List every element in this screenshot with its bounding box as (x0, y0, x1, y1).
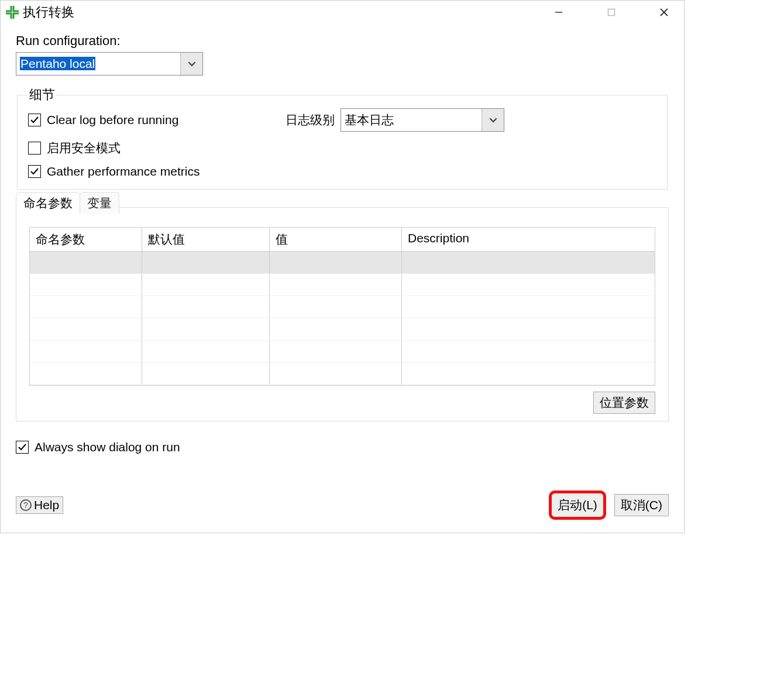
log-level-label: 日志级别 (286, 112, 335, 128)
table-row[interactable] (30, 274, 655, 296)
gather-metrics-label: Gather performance metrics (47, 164, 200, 179)
footer: ? Help 启动(L) 取消(C) (16, 491, 669, 520)
safe-mode-checkbox[interactable] (28, 142, 41, 155)
params-tabs-box: 命名参数 变量 命名参数 默认值 值 Description (16, 207, 669, 421)
clear-log-label: Clear log before running (47, 113, 178, 127)
table-row[interactable] (30, 341, 655, 363)
tabstrip: 命名参数 变量 (16, 191, 668, 213)
run-config-value: Pentaho local (16, 56, 180, 72)
params-table[interactable]: 命名参数 默认值 值 Description (29, 227, 655, 386)
gather-metrics-checkbox-row[interactable]: Gather performance metrics (28, 164, 274, 179)
tab-variables[interactable]: 变量 (80, 192, 119, 214)
table-row[interactable] (30, 252, 655, 274)
help-button[interactable]: ? Help (16, 496, 63, 514)
details-fieldset: 细节 Clear log before running 日志级别 基本日志 (17, 86, 668, 190)
run-config-combo[interactable]: Pentaho local (16, 52, 203, 76)
safe-mode-label: 启用安全模式 (47, 140, 121, 156)
chevron-down-icon[interactable] (482, 109, 504, 131)
svg-rect-1 (608, 9, 615, 16)
clear-log-checkbox-row[interactable]: Clear log before running (28, 113, 274, 127)
table-row[interactable] (30, 363, 655, 385)
close-button[interactable] (647, 1, 682, 23)
maximize-button[interactable] (594, 1, 629, 23)
col-header-description[interactable]: Description (402, 228, 655, 251)
table-row[interactable] (30, 296, 655, 318)
dialog-window: 执行转换 Run configuration: Pentaho local 细节 (0, 0, 685, 533)
window-title: 执行转换 (23, 4, 74, 21)
help-icon: ? (20, 499, 32, 511)
log-level-row: 日志级别 基本日志 (286, 108, 656, 132)
cancel-button[interactable]: 取消(C) (614, 494, 669, 516)
details-legend: 细节 (28, 86, 56, 104)
table-row[interactable] (30, 318, 655, 341)
clear-log-checkbox[interactable] (28, 114, 41, 126)
run-config-label: Run configuration: (16, 33, 669, 49)
log-level-value: 基本日志 (341, 111, 482, 129)
content-area: Run configuration: Pentaho local 细节 Clea… (1, 24, 684, 533)
log-level-combo[interactable]: 基本日志 (341, 108, 504, 132)
tab-named-params[interactable]: 命名参数 (16, 192, 80, 214)
col-header-name[interactable]: 命名参数 (30, 228, 142, 251)
always-show-checkbox-row[interactable]: Always show dialog on run (16, 440, 669, 454)
gather-metrics-checkbox[interactable] (28, 165, 41, 178)
table-header-row: 命名参数 默认值 值 Description (30, 228, 655, 252)
chevron-down-icon[interactable] (180, 53, 202, 75)
table-body (30, 252, 655, 385)
help-button-label: Help (34, 498, 59, 512)
app-icon (5, 5, 19, 19)
always-show-checkbox[interactable] (16, 441, 29, 454)
col-header-default[interactable]: 默认值 (142, 228, 270, 251)
minimize-button[interactable] (541, 1, 576, 23)
launch-button[interactable]: 启动(L) (549, 491, 606, 520)
titlebar: 执行转换 (1, 1, 684, 24)
col-header-value[interactable]: 值 (270, 228, 402, 251)
safe-mode-checkbox-row[interactable]: 启用安全模式 (28, 140, 274, 156)
always-show-label: Always show dialog on run (35, 440, 180, 454)
position-args-button[interactable]: 位置参数 (593, 392, 655, 414)
